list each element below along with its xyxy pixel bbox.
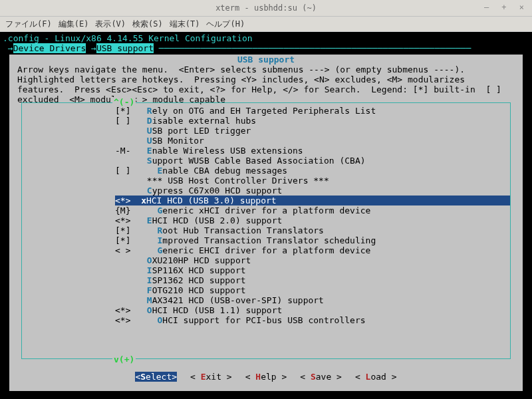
menu-item[interactable]: 表示(V) xyxy=(95,19,126,30)
menu-item[interactable]: 編集(E) xyxy=(59,19,89,30)
titlebar[interactable]: xterm - usbhdd:su (~) – + × xyxy=(0,0,532,17)
section-title: USB support xyxy=(9,55,523,65)
button-bar: <Select>< Exit >< Help >< Save >< Load > xyxy=(9,372,523,382)
config-option[interactable]: [*] Improved Transaction Translator sche… xyxy=(115,235,510,245)
config-option[interactable]: -M- Enable Wireless USB extensions xyxy=(115,146,510,156)
config-option[interactable]: < > Generic EHCI driver for a platform d… xyxy=(115,245,510,255)
menu-item[interactable]: 端末(T) xyxy=(170,19,200,30)
breadcrumb: →Device Drivers →USB support ───────────… xyxy=(3,43,529,53)
window-controls[interactable]: – + × xyxy=(484,3,528,12)
config-option[interactable]: ISP116X HCD support xyxy=(115,265,510,275)
config-option[interactable]: <*> xHCI HCD (USB 3.0) support xyxy=(115,196,510,205)
config-option[interactable]: Cypress C67x00 HCD support xyxy=(115,186,510,196)
options-frame: ^(-) v(+) [*] Rely on OTG and EH Targete… xyxy=(21,102,511,359)
config-header: .config - Linux/x86 4.14.55 Kernel Confi… xyxy=(3,33,529,43)
dialog-button[interactable]: < Help > xyxy=(245,372,287,382)
dialog-button[interactable]: < Exit > xyxy=(190,372,232,382)
dialog-button[interactable]: <Select> xyxy=(135,372,177,382)
config-option[interactable]: FOTG210 HCD support xyxy=(115,285,510,295)
terminal-area[interactable]: .config - Linux/x86 4.14.55 Kernel Confi… xyxy=(0,32,532,399)
window-title: xterm - usbhdd:su (~) xyxy=(215,3,317,13)
config-option[interactable]: <*> EHCI HCD (USB 2.0) support xyxy=(115,215,510,225)
config-option[interactable]: [*] Rely on OTG and EH Targeted Peripher… xyxy=(115,106,510,116)
menu-item[interactable]: 検索(S) xyxy=(132,19,163,30)
menu-item[interactable]: ヘルプ(H) xyxy=(206,19,245,30)
config-option[interactable]: USB port LED trigger xyxy=(115,126,510,136)
config-option[interactable]: USB Monitor xyxy=(115,136,510,146)
dialog-button[interactable]: < Load > xyxy=(355,372,397,382)
dialog-button[interactable]: < Save > xyxy=(300,372,342,382)
app-window: xterm - usbhdd:su (~) – + × ファイル(F)編集(E)… xyxy=(0,0,532,399)
config-option[interactable]: <*> OHCI HCD (USB 1.1) support xyxy=(115,305,510,315)
help-text: Arrow keys navigate the menu. <Enter> se… xyxy=(17,65,515,104)
config-option[interactable]: OXU210HP HCD support xyxy=(115,255,510,265)
options-list[interactable]: [*] Rely on OTG and EH Targeted Peripher… xyxy=(22,106,510,356)
config-option[interactable]: MAX3421 HCD (USB-over-SPI) support xyxy=(115,295,510,305)
config-option[interactable]: {M} Generic xHCI driver for a platform d… xyxy=(115,205,510,215)
dialog-box: USB support Arrow keys navigate the menu… xyxy=(9,55,523,391)
config-option[interactable]: [ ] Enable CBA debug messages xyxy=(115,166,510,176)
config-option[interactable]: ISP1362 HCD support xyxy=(115,275,510,285)
menubar: ファイル(F)編集(E)表示(V)検索(S)端末(T)ヘルプ(H) xyxy=(0,17,532,32)
config-option[interactable]: Support WUSB Cable Based Association (CB… xyxy=(115,156,510,166)
config-option[interactable]: [ ] Disable external hubs xyxy=(115,116,510,126)
scroll-down-icon[interactable]: v(+) xyxy=(112,354,136,364)
config-option[interactable]: *** USB Host Controller Drivers *** xyxy=(115,176,510,186)
config-option[interactable]: <*> OHCI support for PCI-bus USB control… xyxy=(115,315,510,325)
config-option[interactable]: [*] Root Hub Transaction Translators xyxy=(115,225,510,235)
menu-item[interactable]: ファイル(F) xyxy=(5,19,52,30)
